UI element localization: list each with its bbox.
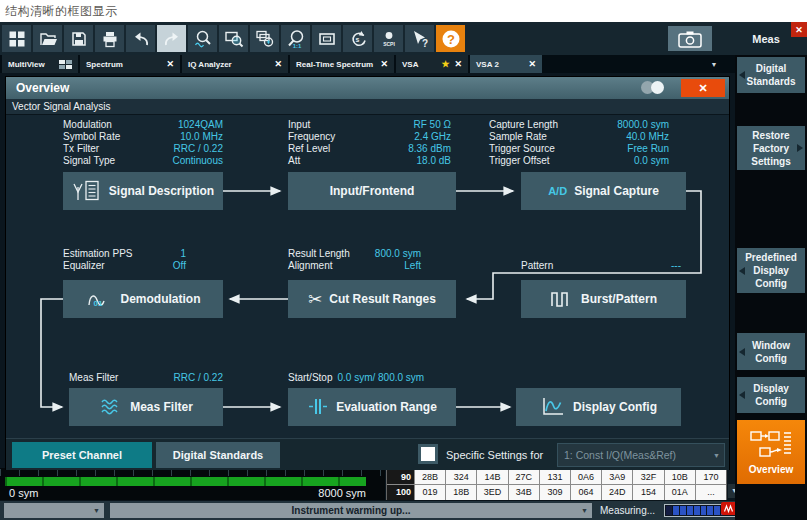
tab-close-icon[interactable]: ✕ — [454, 59, 462, 69]
dialog-titlebar: Overview ✕ — [6, 77, 729, 99]
undo-button[interactable] — [126, 25, 155, 52]
dialog-close-button[interactable]: ✕ — [681, 79, 725, 97]
sidebar-overview-button[interactable]: Overview — [737, 420, 805, 484]
sidebar-window-config-button[interactable]: Window Config — [737, 333, 805, 370]
fit-screen-icon — [317, 29, 337, 49]
context-help-button[interactable]: ? — [405, 25, 434, 52]
tab-star-icon: ★ — [441, 59, 449, 69]
status-selector-dropdown[interactable]: ▼ — [4, 503, 104, 518]
tab-vsa2[interactable]: VSA 2 ✕ — [470, 55, 542, 73]
specific-window-dropdown[interactable]: 1: Const I/Q(Meas&Ref) ▼ — [557, 443, 725, 467]
menu-title: Meas — [735, 33, 797, 45]
signal-description-params: Modulation1024QAM Symbol Rate10.0 MHz Tx… — [63, 119, 223, 167]
zoom-one-to-one-button[interactable]: 1:1 — [281, 25, 310, 52]
meas-filter-params: Meas FilterRRC / 0.22 — [69, 372, 223, 384]
toolbar: 1:1 s SCPI — [0, 22, 807, 55]
capture-buffer-bar — [5, 477, 366, 486]
sidebar-predefined-display-button[interactable]: Predefined Display Config — [737, 248, 805, 293]
caret-down-icon: ▼ — [713, 452, 720, 459]
meas-filter-block[interactable]: Meas Filter — [69, 388, 223, 426]
tab-list-caret[interactable]: ▼ — [705, 60, 723, 70]
tab-realtime-spectrum[interactable]: Real-Time Spectrum ✕ — [290, 55, 394, 73]
sidebar-restore-factory-button[interactable]: Restore Factory Settings — [737, 126, 805, 170]
window-close-button[interactable]: ✕ — [791, 22, 807, 37]
context-help-icon: ? — [410, 29, 430, 49]
multiview-grid-icon — [59, 60, 72, 69]
softkey-sidebar: Digital Standards Restore Factory Settin… — [735, 55, 807, 520]
demodulation-icon: 01 — [86, 287, 114, 311]
help-icon: ? — [441, 29, 461, 49]
measuring-label: Measuring... — [600, 505, 655, 516]
fit-screen-button[interactable] — [312, 25, 341, 52]
scpi-recorder-button[interactable]: SCPI — [374, 25, 403, 52]
redo-button[interactable] — [157, 25, 186, 52]
instrument-screen: 1:1 s SCPI — [0, 22, 807, 520]
zoom-multi-window-button[interactable] — [250, 25, 279, 52]
capture-end-label: 8000 sym — [250, 487, 366, 499]
tab-iq-analyzer[interactable]: IQ Analyzer ✕ — [182, 55, 288, 73]
checkbox-box — [421, 447, 435, 461]
evaluation-range-block[interactable]: Evaluation Range — [288, 388, 456, 426]
screenshot-button[interactable] — [668, 26, 712, 51]
tab-spectrum[interactable]: Spectrum ✕ — [80, 55, 180, 73]
tab-multiview[interactable]: MultiView — [2, 55, 78, 73]
tab-vsa[interactable]: VSA ★ ✕ — [396, 55, 468, 73]
status-message: Instrument warming up... — [292, 505, 411, 516]
demodulation-block[interactable]: 01 Demodulation — [63, 280, 223, 318]
cut-result-ranges-block[interactable]: ✂ Cut Result Ranges — [288, 280, 456, 318]
windows-icon — [7, 29, 27, 49]
meas-filter-icon — [99, 395, 123, 419]
zoom-signal-icon — [193, 29, 213, 49]
channel-tabbar: MultiView Spectrum ✕ IQ Analyzer ✕ Real-… — [0, 55, 735, 73]
zoom-signal-button[interactable] — [188, 25, 217, 52]
table-row: 90 28B 324 14B 27C 131 0A6 3A9 32F 10B 1… — [387, 470, 726, 485]
page: 结构清晰的框图显示 — [0, 0, 807, 520]
ad-converter-icon: A/D — [548, 185, 567, 197]
burst-pattern-params: Pattern--- — [521, 260, 681, 272]
burst-pattern-icon — [550, 287, 574, 311]
preset-channel-button[interactable]: Preset Channel — [12, 442, 152, 468]
specific-settings-label: Specific Settings for — [446, 449, 543, 461]
dialog-transparency-toggle[interactable] — [641, 81, 667, 95]
capture-start-label: 0 sym — [9, 487, 38, 499]
sidebar-display-config-button[interactable]: Display Config — [737, 377, 805, 413]
signal-description-block[interactable]: Signal Description — [63, 172, 223, 210]
sidebar-digital-standards-button[interactable]: Digital Standards — [737, 57, 805, 93]
redo-icon — [162, 29, 182, 49]
status-message-dropdown[interactable]: Instrument warming up... ▼ — [110, 503, 592, 518]
evaluation-range-params: Start/Stop0.0 sym/ 800.0 sym — [288, 372, 468, 384]
save-button[interactable] — [64, 25, 93, 52]
evaluation-range-icon — [307, 395, 329, 419]
tab-close-icon[interactable]: ✕ — [380, 59, 388, 69]
scissors-icon: ✂ — [308, 289, 322, 310]
help-button[interactable]: ? — [436, 25, 465, 52]
burst-pattern-block[interactable]: Burst/Pattern — [521, 280, 686, 318]
tab-close-icon[interactable]: ✕ — [274, 59, 282, 69]
signal-description-icon — [72, 179, 102, 203]
continuous-sweep-button[interactable]: s — [343, 25, 372, 52]
capture-buffer-window: 0 sym 8000 sym — [0, 468, 385, 500]
open-file-button[interactable] — [33, 25, 62, 52]
print-button[interactable] — [95, 25, 124, 52]
overview-dialog: Overview ✕ Vector Signal Analysis — [5, 76, 730, 470]
input-frontend-block[interactable]: Input/Frontend — [288, 172, 456, 210]
display-config-icon — [540, 395, 566, 419]
open-file-icon — [38, 29, 58, 49]
dialog-title: Overview — [16, 81, 69, 95]
signal-capture-block[interactable]: A/D Signal Capture — [521, 172, 686, 210]
table-row: 100 019 18B 3ED 34B 309 064 24D 154 01A … — [387, 485, 726, 500]
scpi-recorder-icon: SCPI — [378, 29, 400, 49]
overview-diagram-icon — [750, 430, 792, 460]
digital-standards-button[interactable]: Digital Standards — [156, 442, 280, 468]
zoom-window-button[interactable] — [219, 25, 248, 52]
tab-close-icon[interactable]: ✕ — [528, 59, 536, 69]
windows-button[interactable] — [2, 25, 31, 52]
demodulation-params: Estimation PPS1 EqualizerOff — [63, 248, 186, 272]
tab-close-icon[interactable]: ✕ — [166, 59, 174, 69]
zoom-multi-window-icon — [255, 29, 275, 49]
display-config-block[interactable]: Display Config — [516, 388, 681, 426]
specific-settings-checkbox[interactable] — [418, 444, 438, 464]
statusbar: ▼ Instrument warming up... ▼ Measuring..… — [0, 500, 735, 520]
svg-text:s: s — [355, 36, 359, 43]
svg-text:01: 01 — [93, 299, 102, 308]
